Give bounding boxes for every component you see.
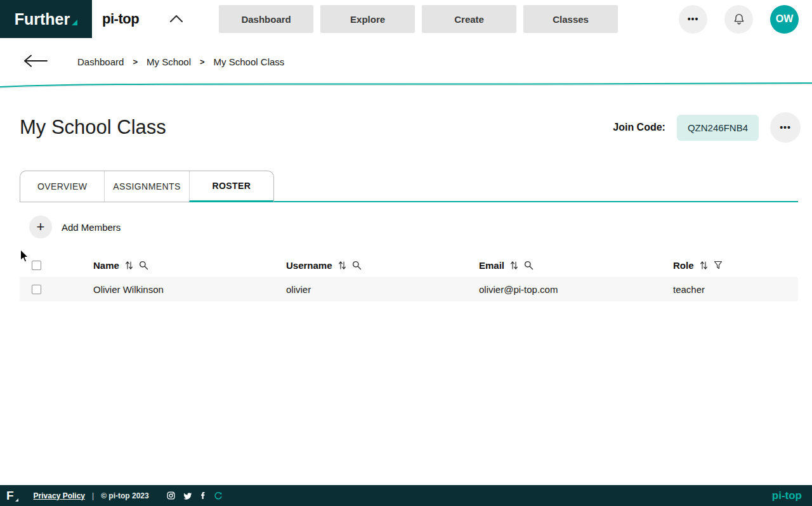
- further-footer-logo[interactable]: F: [6, 489, 18, 503]
- sort-icon[interactable]: [510, 260, 518, 271]
- cell-name: Olivier Wilkinson: [93, 284, 286, 295]
- cell-email: olivier@pi-top.com: [479, 284, 673, 295]
- cell-username: olivier: [286, 284, 479, 295]
- nav-dashboard-button[interactable]: Dashboard: [219, 5, 313, 33]
- pitop-footer-logo: pi-top: [772, 490, 802, 502]
- footer-divider: |: [92, 491, 94, 500]
- join-code-label: Join Code:: [613, 122, 665, 133]
- tabs: OVERVIEW ASSIGNMENTS ROSTER: [20, 171, 798, 202]
- further-logo-text: Further: [15, 10, 70, 29]
- filter-icon[interactable]: [714, 261, 723, 269]
- cell-role: teacher: [673, 284, 798, 295]
- breadcrumb-separator: >: [200, 57, 205, 67]
- sort-icon[interactable]: [700, 260, 708, 271]
- notifications-button[interactable]: [724, 5, 753, 34]
- teal-divider-curve: [0, 80, 812, 90]
- add-members-button[interactable]: + Add Members: [29, 216, 121, 238]
- bell-icon: [732, 12, 746, 26]
- nav-create-button[interactable]: Create: [422, 5, 516, 33]
- nav-classes-button[interactable]: Classes: [523, 5, 618, 33]
- back-arrow-icon: [22, 54, 48, 68]
- avatar[interactable]: OW: [770, 5, 799, 34]
- footer: F Privacy Policy | © pi-top 2023: [0, 485, 812, 506]
- sort-icon[interactable]: [125, 260, 133, 271]
- chevron-up-icon: [169, 14, 183, 23]
- row-checkbox[interactable]: [32, 285, 41, 294]
- tab-overview[interactable]: OVERVIEW: [20, 171, 104, 202]
- further-footer-triangle-icon: [15, 498, 18, 502]
- further-f-mark: F: [6, 489, 14, 503]
- further-triangle-icon: [72, 20, 77, 25]
- tab-box: OVERVIEW ASSIGNMENTS ROSTER: [20, 171, 274, 202]
- twitter-link[interactable]: [183, 492, 192, 500]
- facebook-link[interactable]: [200, 491, 206, 500]
- collapse-header-button[interactable]: [167, 11, 186, 27]
- top-right-actions: ••• OW: [679, 5, 799, 34]
- table-row[interactable]: Olivier Wilkinson olivier olivier@pi-top…: [20, 277, 798, 301]
- refresh-icon: [214, 491, 223, 500]
- social-links: [167, 491, 223, 500]
- plus-icon: +: [29, 216, 52, 238]
- tab-assignments[interactable]: ASSIGNMENTS: [104, 171, 188, 202]
- tab-underline: [274, 201, 798, 202]
- column-header-name: Name: [93, 260, 119, 271]
- instagram-link[interactable]: [167, 491, 175, 500]
- sort-icon[interactable]: [338, 260, 346, 271]
- further-logo[interactable]: Further: [0, 0, 92, 38]
- class-more-options-button[interactable]: •••: [770, 112, 801, 143]
- main-content: My School Class Join Code: QZN246FNB4 ••…: [0, 112, 812, 301]
- nav-explore-button[interactable]: Explore: [320, 5, 415, 33]
- page-title: My School Class: [20, 116, 166, 139]
- join-code-value[interactable]: QZN246FNB4: [677, 115, 759, 141]
- pitop-logo: pi-top: [102, 11, 139, 27]
- column-header-username: Username: [286, 260, 332, 271]
- join-code-group: Join Code: QZN246FNB4 •••: [613, 112, 801, 143]
- app: Further pi-top Dashboard Explore Create …: [0, 0, 812, 506]
- table-header-row: Name Username: [20, 253, 798, 277]
- facebook-icon: [200, 491, 206, 500]
- breadcrumb-my-school[interactable]: My School: [147, 56, 191, 67]
- refresh-link[interactable]: [214, 491, 223, 500]
- add-members-label: Add Members: [62, 222, 121, 233]
- search-icon[interactable]: [352, 261, 362, 270]
- back-button[interactable]: [20, 53, 49, 71]
- search-icon[interactable]: [524, 261, 534, 270]
- breadcrumb-dashboard[interactable]: Dashboard: [77, 56, 124, 67]
- breadcrumb-separator: >: [133, 57, 138, 67]
- copyright-text: © pi-top 2023: [101, 491, 149, 500]
- breadcrumb: Dashboard > My School > My School Class: [77, 56, 284, 67]
- breadcrumb-bar: Dashboard > My School > My School Class: [0, 38, 812, 86]
- instagram-icon: [167, 491, 175, 500]
- privacy-policy-link[interactable]: Privacy Policy: [34, 491, 85, 500]
- column-header-email: Email: [479, 260, 504, 271]
- column-header-role: Role: [673, 260, 694, 271]
- more-options-button[interactable]: •••: [679, 5, 707, 34]
- main-nav: Dashboard Explore Create Classes: [219, 5, 618, 33]
- search-icon[interactable]: [139, 261, 148, 270]
- twitter-icon: [183, 492, 192, 500]
- top-bar: Further pi-top Dashboard Explore Create …: [0, 0, 812, 38]
- roster-table: Name Username: [20, 253, 798, 301]
- select-all-checkbox[interactable]: [32, 261, 41, 270]
- breadcrumb-my-school-class[interactable]: My School Class: [214, 56, 285, 67]
- tab-roster[interactable]: ROSTER: [189, 171, 273, 202]
